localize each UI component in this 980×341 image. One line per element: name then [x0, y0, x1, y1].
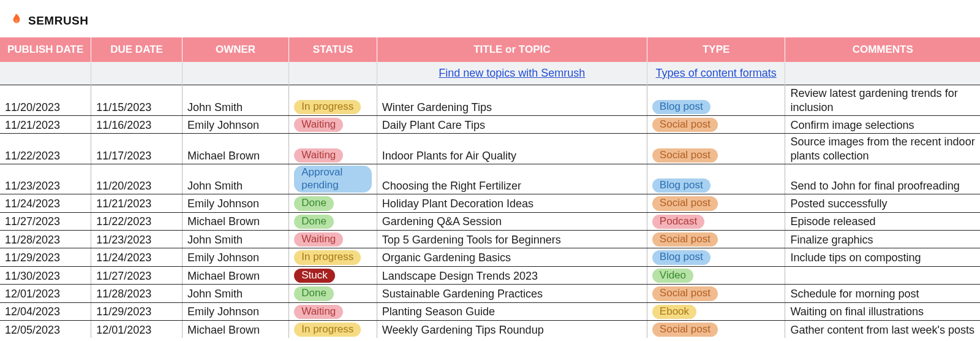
type-badge: Social post [652, 323, 718, 337]
brand-row: SEMRUSH [0, 0, 980, 37]
col-type: TYPE [647, 37, 785, 62]
col-due-date: DUE DATE [91, 37, 183, 62]
cell-owner: Michael Brown [182, 134, 288, 164]
table-row: 12/04/202311/29/2023Emily JohnsonWaiting… [0, 302, 980, 320]
table-row: 11/21/202311/16/2023Emily JohnsonWaiting… [0, 116, 980, 134]
table-row: 11/23/202311/20/2023John SmithApproval p… [0, 164, 980, 194]
table-row: 12/01/202311/28/2023John SmithDoneSustai… [0, 285, 980, 302]
cell-title: Top 5 Gardening Tools for Beginners [377, 230, 647, 248]
type-badge: Social post [652, 148, 718, 163]
type-badge: Social post [652, 232, 718, 247]
status-badge: Waiting [294, 232, 343, 247]
cell-publish-date: 11/24/2023 [0, 194, 91, 212]
cell-comments [785, 266, 980, 284]
cell-comments: Waiting on final illustrations [785, 302, 980, 320]
table-row: 11/29/202311/24/2023Emily JohnsonIn prog… [0, 248, 980, 266]
cell-comments: Finalize graphics [785, 230, 980, 248]
cell-type: Social post [647, 194, 785, 212]
cell-publish-date: 11/27/2023 [0, 212, 91, 230]
cell-type: Podcast [647, 212, 785, 230]
find-topics-link[interactable]: Find new topics with Semrush [439, 67, 585, 79]
cell-title: Planting Season Guide [377, 302, 647, 320]
cell-comments: Send to John for final proofreading [785, 164, 980, 194]
cell-type: Social post [647, 285, 785, 302]
cell-owner: Emily Johnson [182, 116, 288, 134]
cell-status: Done [289, 285, 377, 302]
type-badge: Social post [652, 286, 718, 301]
cell-status: Waiting [289, 134, 377, 164]
cell-type: Social post [647, 116, 785, 134]
type-badge: Social post [652, 118, 718, 132]
status-badge: Approval pending [294, 166, 372, 193]
cell-type: Social post [647, 230, 785, 248]
cell-comments: Posted successfully [785, 194, 980, 212]
cell-comments: Review latest gardening trends for inclu… [785, 85, 980, 116]
cell-comments: Gather content from last week's posts [785, 320, 980, 338]
cell-owner: Emily Johnson [182, 302, 288, 320]
cell-owner: John Smith [182, 285, 288, 302]
content-calendar-table: PUBLISH DATE DUE DATE OWNER STATUS TITLE… [0, 37, 980, 338]
status-badge: Waiting [294, 148, 343, 163]
cell-comments: Episode released [785, 212, 980, 230]
cell-title: Gardening Q&A Session [377, 212, 647, 230]
cell-title: Organic Gardening Basics [377, 248, 647, 266]
cell-type: Blog post [647, 248, 785, 266]
status-badge: In progress [294, 100, 361, 114]
cell-owner: Michael Brown [182, 266, 288, 284]
cell-type: Blog post [647, 85, 785, 116]
cell-publish-date: 11/29/2023 [0, 248, 91, 266]
cell-owner: Michael Brown [182, 212, 288, 230]
flame-icon [9, 11, 24, 30]
content-formats-link[interactable]: Types of content formats [656, 67, 777, 79]
cell-status: Stuck [289, 266, 377, 284]
cell-due-date: 11/27/2023 [91, 266, 183, 284]
helper-links-row: Find new topics with Semrush Types of co… [0, 62, 980, 85]
cell-due-date: 11/28/2023 [91, 285, 183, 302]
col-owner: OWNER [182, 37, 288, 62]
cell-title: Weekly Gardening Tips Roundup [377, 320, 647, 338]
status-badge: In progress [294, 323, 361, 337]
cell-comments: Source images from the recent indoor pla… [785, 134, 980, 164]
cell-status: Done [289, 212, 377, 230]
cell-status: In progress [289, 248, 377, 266]
type-badge: Podcast [652, 215, 704, 229]
cell-type: Blog post [647, 164, 785, 194]
status-badge: Stuck [294, 269, 335, 283]
table-row: 12/05/202312/01/2023Michael BrownIn prog… [0, 320, 980, 338]
cell-owner: Michael Brown [182, 320, 288, 338]
cell-title: Daily Plant Care Tips [377, 116, 647, 134]
cell-comments: Confirm image selections [785, 116, 980, 134]
cell-due-date: 11/21/2023 [91, 194, 183, 212]
cell-publish-date: 11/28/2023 [0, 230, 91, 248]
cell-due-date: 12/01/2023 [91, 320, 183, 338]
cell-title: Indoor Plants for Air Quality [377, 134, 647, 164]
cell-type: Video [647, 266, 785, 284]
brand-logo: SEMRUSH [9, 11, 89, 30]
cell-owner: John Smith [182, 85, 288, 116]
cell-type: Social post [647, 320, 785, 338]
cell-due-date: 11/20/2023 [91, 164, 183, 194]
cell-owner: John Smith [182, 164, 288, 194]
table-row: 11/20/202311/15/2023John SmithIn progres… [0, 85, 980, 116]
cell-due-date: 11/24/2023 [91, 248, 183, 266]
cell-due-date: 11/29/2023 [91, 302, 183, 320]
col-publish-date: PUBLISH DATE [0, 37, 91, 62]
cell-owner: Emily Johnson [182, 248, 288, 266]
cell-publish-date: 11/30/2023 [0, 266, 91, 284]
cell-due-date: 11/17/2023 [91, 134, 183, 164]
col-comments: COMMENTS [785, 37, 980, 62]
cell-title: Choosing the Right Fertilizer [377, 164, 647, 194]
brand-text: SEMRUSH [28, 14, 89, 28]
status-badge: In progress [294, 250, 361, 264]
header-row: PUBLISH DATE DUE DATE OWNER STATUS TITLE… [0, 37, 980, 62]
type-badge: Blog post [652, 100, 710, 114]
table-row: 11/28/202311/23/2023John SmithWaitingTop… [0, 230, 980, 248]
col-title: TITLE or TOPIC [377, 37, 647, 62]
cell-status: Waiting [289, 302, 377, 320]
cell-due-date: 11/16/2023 [91, 116, 183, 134]
status-badge: Done [294, 196, 334, 210]
table-row: 11/30/202311/27/2023Michael BrownStuckLa… [0, 266, 980, 284]
type-badge: Social post [652, 196, 718, 210]
cell-publish-date: 11/21/2023 [0, 116, 91, 134]
cell-owner: John Smith [182, 230, 288, 248]
